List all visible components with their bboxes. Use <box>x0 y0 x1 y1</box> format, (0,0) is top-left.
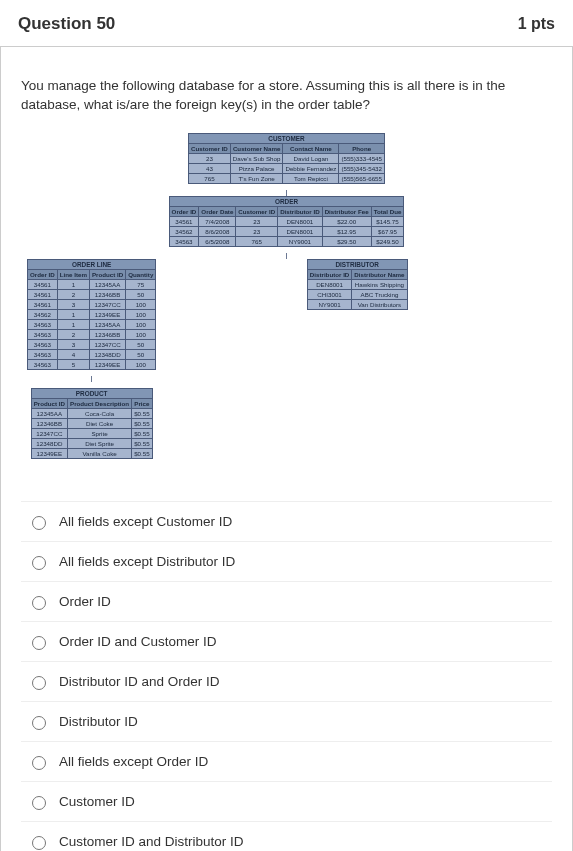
product-table: PRODUCTProduct IDProduct DescriptionPric… <box>31 388 153 459</box>
db-schema-diagram: CUSTOMERCustomer IDCustomer NameContact … <box>21 133 552 481</box>
answer-label: Distributor ID and Order ID <box>59 674 220 689</box>
answer-option[interactable]: All fields except Order ID <box>21 742 552 782</box>
distributor-table: DISTRIBUTORDistributor IDDistributor Nam… <box>307 259 408 310</box>
question-body: You manage the following database for a … <box>0 47 573 851</box>
answer-option[interactable]: All fields except Customer ID <box>21 501 552 542</box>
answer-radio[interactable] <box>32 836 46 850</box>
answer-option[interactable]: Customer ID and Distributor ID <box>21 822 552 851</box>
question-header: Question 50 1 pts <box>0 0 573 47</box>
answer-radio[interactable] <box>32 636 46 650</box>
answer-options: All fields except Customer IDAll fields … <box>21 501 552 851</box>
answer-option[interactable]: Order ID <box>21 582 552 622</box>
answer-radio[interactable] <box>32 716 46 730</box>
answer-label: Customer ID and Distributor ID <box>59 834 244 849</box>
answer-label: Customer ID <box>59 794 135 809</box>
answer-option[interactable]: Customer ID <box>21 782 552 822</box>
answer-radio[interactable] <box>32 516 46 530</box>
answer-option[interactable]: Distributor ID and Order ID <box>21 662 552 702</box>
answer-radio[interactable] <box>32 756 46 770</box>
answer-radio[interactable] <box>32 676 46 690</box>
answer-option[interactable]: All fields except Distributor ID <box>21 542 552 582</box>
answer-radio[interactable] <box>32 556 46 570</box>
orderline-table: ORDER LINEOrder IDLine ItemProduct IDQua… <box>27 259 156 370</box>
question-number: Question 50 <box>18 14 115 34</box>
answer-option[interactable]: Order ID and Customer ID <box>21 622 552 662</box>
answer-label: Distributor ID <box>59 714 138 729</box>
points: 1 pts <box>518 15 555 33</box>
customer-table: CUSTOMERCustomer IDCustomer NameContact … <box>188 133 385 184</box>
answer-label: All fields except Order ID <box>59 754 208 769</box>
answer-label: All fields except Customer ID <box>59 514 232 529</box>
answer-option[interactable]: Distributor ID <box>21 702 552 742</box>
order-table: ORDEROrder IDOrder DateCustomer IDDistri… <box>169 196 405 247</box>
answer-label: Order ID <box>59 594 111 609</box>
answer-label: All fields except Distributor ID <box>59 554 235 569</box>
answer-radio[interactable] <box>32 596 46 610</box>
question-text: You manage the following database for a … <box>21 77 552 115</box>
answer-label: Order ID and Customer ID <box>59 634 217 649</box>
answer-radio[interactable] <box>32 796 46 810</box>
